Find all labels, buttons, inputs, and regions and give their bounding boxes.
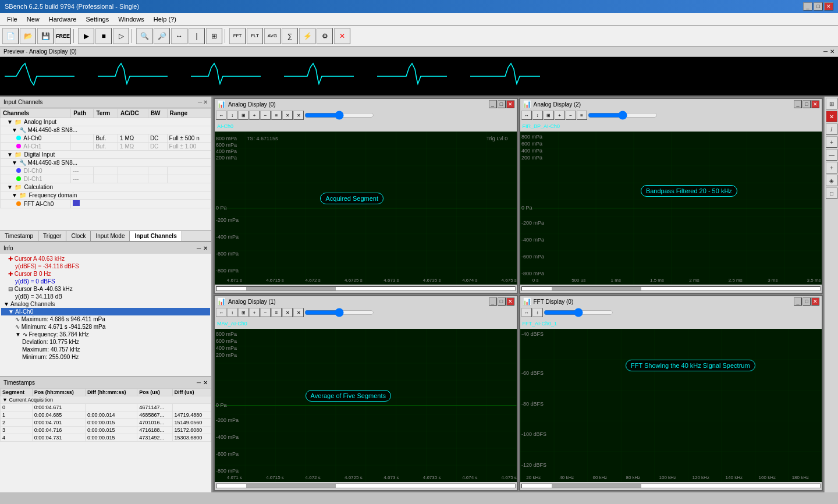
scope-tb-btn[interactable]: ≡: [577, 111, 587, 120]
timestamps-close-btn[interactable]: ✕: [203, 379, 208, 386]
table-row[interactable]: AI-Ch1 Buf.1 MΩDCFull ± 1.00: [1, 143, 211, 151]
scrollbar-track[interactable]: [521, 286, 821, 291]
toolbar-filter[interactable]: FLT: [247, 28, 263, 44]
scope-scroll-slider[interactable]: [304, 112, 374, 119]
toolbar-export[interactable]: ⚡: [299, 28, 315, 44]
scope-restore-btn[interactable]: □: [803, 297, 811, 306]
right-sidebar-grid-btn[interactable]: ⊞: [826, 98, 837, 109]
info-pin-btn[interactable]: ─: [197, 245, 201, 251]
scope-restore-btn[interactable]: □: [803, 100, 811, 108]
toolbar-fit[interactable]: ↔: [171, 28, 187, 44]
scrollbar-thumb[interactable]: [552, 484, 641, 488]
scope-minimize-btn[interactable]: _: [489, 297, 497, 306]
info-ai-ch0[interactable]: ▼ AI-Ch0: [1, 308, 210, 315]
scope-tb-btn[interactable]: ≡: [271, 111, 282, 120]
scope-tb-btn[interactable]: ↕: [532, 111, 543, 120]
toolbar-avg[interactable]: AVG: [264, 28, 280, 44]
menu-new[interactable]: New: [22, 15, 44, 24]
scope-tb-btn[interactable]: ↕: [532, 308, 543, 317]
toolbar-settings[interactable]: ⚙: [317, 28, 333, 44]
preview-resize-btn[interactable]: ─: [823, 48, 828, 55]
scope-tb-btn[interactable]: +: [249, 308, 260, 317]
scope-close-btn[interactable]: ✕: [506, 297, 514, 306]
toolbar-cursor[interactable]: |: [189, 28, 205, 44]
timestamps-pin-btn[interactable]: ─: [197, 379, 201, 386]
tab-input-mode[interactable]: Input Mode: [91, 231, 130, 241]
toolbar-grid[interactable]: ⊞: [206, 28, 222, 44]
right-sidebar-square-btn[interactable]: □: [826, 187, 837, 199]
toolbar-new[interactable]: 📄: [2, 28, 19, 44]
toolbar-zoom-out[interactable]: 🔎: [154, 28, 170, 44]
scope-tb-btn[interactable]: ✕: [282, 111, 293, 120]
maximize-button[interactable]: □: [814, 2, 823, 10]
scope-tb-btn[interactable]: ↔: [216, 308, 226, 317]
scrollbar-track[interactable]: [521, 484, 821, 488]
menu-settings[interactable]: Settings: [81, 15, 113, 24]
scope-restore-btn[interactable]: □: [498, 100, 506, 108]
menu-windows[interactable]: Windows: [113, 15, 149, 24]
scrollbar-thumb[interactable]: [552, 287, 641, 290]
tab-trigger[interactable]: Trigger: [38, 231, 66, 241]
table-row[interactable]: ▼ 🔧 M4i.4450-x8 SN8...: [1, 126, 211, 134]
scope-tb-btn[interactable]: ✕: [282, 308, 293, 317]
scrollbar-track[interactable]: [216, 286, 516, 291]
toolbar-save[interactable]: 💾: [37, 28, 54, 44]
scope-close-btn[interactable]: ✕: [811, 100, 819, 108]
menu-help[interactable]: Help (?): [149, 15, 181, 24]
scrollbar-thumb[interactable]: [246, 484, 336, 488]
right-sidebar-minus-btn[interactable]: —: [826, 149, 837, 161]
table-row[interactable]: DI-Ch0 ---: [1, 167, 211, 175]
table-row[interactable]: AI-Ch0 Buf.1 MΩDCFull ± 500 n: [1, 134, 211, 143]
table-row[interactable]: ▼ 📁 Calculation: [1, 183, 211, 191]
scope-tb-btn[interactable]: ⊞: [238, 308, 248, 317]
scope-tb-btn[interactable]: −: [260, 308, 271, 317]
right-sidebar-slash-btn[interactable]: /: [826, 123, 837, 135]
scope-tb-btn[interactable]: ⊞: [544, 111, 554, 120]
scope-tb-btn[interactable]: ↔: [521, 308, 532, 317]
scope-tb-btn[interactable]: −: [260, 111, 271, 120]
minimize-button[interactable]: _: [803, 2, 812, 10]
table-row[interactable]: ▼ 📁 Frequency domain: [1, 191, 211, 200]
scope-minimize-btn[interactable]: _: [794, 100, 802, 108]
toolbar-stop[interactable]: ■: [95, 28, 112, 44]
tab-input-channels[interactable]: Input Channels: [130, 231, 182, 241]
table-row[interactable]: FFT AI-Ch0: [1, 200, 211, 208]
right-sidebar-close-btn[interactable]: ✕: [826, 111, 837, 122]
info-close-btn[interactable]: ✕: [203, 245, 208, 251]
scope-tb-btn[interactable]: −: [566, 111, 576, 120]
toolbar-math[interactable]: ∑: [282, 28, 298, 44]
scope-tb-btn[interactable]: ↔: [216, 111, 226, 120]
scope-tb-btn[interactable]: ✕: [293, 308, 304, 317]
toolbar-print[interactable]: FREE: [55, 28, 71, 44]
scope-scroll-slider[interactable]: [588, 112, 658, 119]
table-row[interactable]: 40:00:04.7310:00:00.0154731492...15303.6…: [1, 434, 211, 442]
scrollbar-thumb[interactable]: [246, 287, 336, 290]
toolbar-run[interactable]: ▶: [78, 28, 94, 44]
toolbar-zoom-in[interactable]: 🔍: [136, 28, 152, 44]
close-button[interactable]: ✕: [824, 2, 833, 10]
toolbar-fft[interactable]: FFT: [229, 28, 246, 44]
scope-tb-btn[interactable]: ↔: [521, 111, 532, 120]
right-sidebar-target-btn[interactable]: ◈: [826, 175, 837, 186]
channels-close-btn[interactable]: ✕: [203, 99, 208, 105]
scope-tb-btn[interactable]: ↕: [227, 308, 237, 317]
menu-file[interactable]: File: [2, 15, 22, 24]
scope-minimize-btn[interactable]: _: [794, 297, 802, 306]
scope-scroll-slider[interactable]: [304, 309, 374, 316]
scrollbar-track[interactable]: [216, 484, 516, 488]
toolbar-x[interactable]: ✕: [334, 28, 350, 44]
table-row[interactable]: 20:00:04.7010:00:00.0154701016...15149.0…: [1, 419, 211, 427]
right-sidebar-plus-btn[interactable]: +: [826, 162, 837, 173]
toolbar-single[interactable]: ▷: [113, 28, 129, 44]
menu-hardware[interactable]: Hardware: [44, 15, 81, 24]
table-row[interactable]: 00:00:04.6714671147...: [1, 404, 211, 411]
scope-tb-btn[interactable]: ⊞: [238, 111, 248, 120]
toolbar-open[interactable]: 📂: [20, 28, 36, 44]
table-row[interactable]: DI-Ch1 ---: [1, 175, 211, 183]
table-row[interactable]: 10:00:04.6850:00:00.0144685867...14719.4…: [1, 411, 211, 419]
table-row[interactable]: 30:00:04.7160:00:00.0154716188...15172.6…: [1, 427, 211, 434]
scope-close-btn[interactable]: ✕: [506, 100, 514, 108]
tab-timestamp[interactable]: Timestamp: [0, 231, 38, 241]
table-row[interactable]: ▼ 📁 Analog Input: [1, 118, 211, 126]
scope-tb-btn[interactable]: +: [249, 111, 260, 120]
